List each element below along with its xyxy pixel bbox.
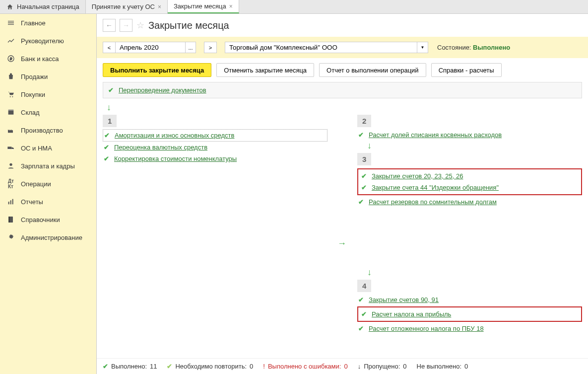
- truck-icon: [7, 144, 15, 152]
- check-icon: ✔: [358, 296, 364, 303]
- down-arrow-icon: ↓: [367, 267, 582, 278]
- sidebar-item-purchases[interactable]: Покупки: [0, 85, 96, 103]
- operation-row: ✔ Переоценка валютных средств: [103, 142, 327, 153]
- sidebar-item-label: Банк и касса: [21, 55, 59, 63]
- tab-home[interactable]: Начальная страница: [0, 0, 86, 13]
- book-icon: [7, 216, 15, 224]
- operation-row: ✔ Закрытие счетов 20, 23, 25, 26: [360, 170, 579, 182]
- company-input[interactable]: [225, 42, 417, 53]
- check-icon: ✔: [104, 132, 110, 139]
- tab-asset[interactable]: Принятие к учету ОС ×: [86, 0, 168, 13]
- check-icon: ✔: [358, 325, 364, 332]
- operation-link[interactable]: Корректировка стоимости номенклатуры: [114, 155, 237, 162]
- sidebar-item-sales[interactable]: Продажи: [0, 68, 96, 85]
- check-icon: ✔: [167, 363, 172, 370]
- repost-row: ✔ Перепроведение документов: [103, 82, 582, 98]
- operation-link[interactable]: Закрытие счетов 90, 91: [369, 296, 439, 303]
- operation-row: ✔ Закрытие счета 44 "Издержки обращения": [360, 182, 579, 193]
- highlight-box: ✔ Расчет налога на прибыль: [357, 306, 582, 322]
- operation-row: ✔ Расчет резервов по сомнительным долгам: [357, 196, 582, 208]
- operation-link[interactable]: Закрытие счетов 20, 23, 25, 26: [372, 172, 463, 180]
- bar-chart-icon: [7, 198, 15, 206]
- home-icon: [6, 3, 14, 11]
- svg-point-2: [10, 96, 11, 97]
- period-picker-button[interactable]: ...: [185, 42, 196, 53]
- svg-point-3: [12, 96, 13, 97]
- sidebar-item-label: Администрирование: [21, 234, 82, 241]
- cart-icon: [7, 90, 15, 98]
- sidebar-item-assets[interactable]: ОС и НМА: [0, 139, 96, 157]
- sidebar-item-admin[interactable]: Администрирование: [0, 228, 96, 246]
- svg-rect-6: [7, 147, 11, 149]
- tab-label: Начальная страница: [17, 3, 79, 10]
- close-icon[interactable]: ×: [229, 3, 233, 10]
- star-icon[interactable]: ☆: [136, 20, 144, 31]
- operation-row: ✔ Расчет долей списания косвенных расход…: [357, 129, 582, 141]
- operation-link[interactable]: Переоценка валютных средств: [114, 144, 207, 151]
- forward-button[interactable]: →: [120, 19, 132, 32]
- block-number: 2: [357, 115, 371, 127]
- sidebar-item-label: Операции: [21, 180, 51, 188]
- cancel-close-button[interactable]: Отменить закрытие месяца: [216, 63, 314, 77]
- operation-link[interactable]: Амортизация и износ основных средств: [115, 132, 234, 139]
- sidebar-item-reports[interactable]: Отчеты: [0, 193, 96, 211]
- operation-link[interactable]: Закрытие счета 44 "Издержки обращения": [372, 184, 499, 191]
- sidebar-item-manager[interactable]: Руководителю: [0, 32, 96, 50]
- ruble-icon: ₽: [7, 55, 15, 63]
- tab-label: Принятие к учету ОС: [92, 3, 155, 10]
- status-repeat: ✔ Необходимо повторить: 0: [167, 363, 253, 370]
- sidebar-item-warehouse[interactable]: Склад: [0, 103, 96, 121]
- sidebar-item-label: Производство: [21, 127, 63, 134]
- operation-link[interactable]: Расчет налога на прибыль: [372, 310, 451, 318]
- box-icon: [7, 108, 15, 116]
- sidebar-item-label: Руководителю: [21, 37, 64, 45]
- period-input[interactable]: [116, 42, 185, 53]
- down-arrow-icon: ↓: [367, 141, 582, 151]
- svg-rect-14: [8, 217, 9, 223]
- refs-button[interactable]: Справки - расчеты: [431, 63, 502, 77]
- check-icon: ✔: [361, 172, 367, 180]
- page-title: Закрытие месяца: [148, 20, 229, 31]
- sidebar-item-main[interactable]: Главное: [0, 14, 96, 32]
- sidebar-item-catalogs[interactable]: Справочники: [0, 211, 96, 228]
- operation-link[interactable]: Расчет резервов по сомнительным долгам: [369, 198, 497, 206]
- operation-link[interactable]: Расчет отложенного налога по ПБУ 18: [369, 325, 484, 332]
- column-1: 1 ✔ Амортизация и износ основных средств…: [103, 113, 327, 374]
- sidebar-item-operations[interactable]: ДтКтОперации: [0, 175, 96, 193]
- block-number: 3: [357, 153, 371, 165]
- chart-line-icon: [7, 37, 15, 45]
- check-icon: ✔: [358, 131, 364, 139]
- report-button[interactable]: Отчет о выполнении операций: [319, 63, 426, 77]
- operation-link[interactable]: Расчет долей списания косвенных расходов: [369, 131, 502, 139]
- state-value: Выполнено: [473, 44, 510, 51]
- status-bar: ✔ Выполнено: 11 ✔ Необходимо повторить: …: [97, 358, 588, 374]
- tab-month-close[interactable]: Закрытие месяца ×: [168, 0, 239, 13]
- period-prev-button[interactable]: <: [103, 42, 116, 53]
- down-arrow-icon: ↓: [107, 102, 588, 113]
- sidebar-item-label: ОС и НМА: [21, 145, 52, 152]
- sidebar-item-production[interactable]: Производство: [0, 121, 96, 139]
- back-button[interactable]: ←: [103, 19, 116, 32]
- svg-rect-11: [10, 200, 11, 204]
- run-close-button[interactable]: Выполнить закрытие месяца: [103, 63, 211, 77]
- block-number: 1: [103, 115, 117, 127]
- sidebar-item-label: Продажи: [21, 73, 48, 80]
- check-icon: ✔: [103, 363, 108, 370]
- toolbar: < ... > ▼ Состояние: Выполнено: [97, 37, 588, 58]
- period-selector: < ...: [103, 42, 196, 53]
- sidebar-item-bank[interactable]: ₽Банк и касса: [0, 50, 96, 68]
- sidebar-item-hr[interactable]: Зарплата и кадры: [0, 157, 96, 175]
- bag-icon: [7, 73, 15, 80]
- sidebar: Главное Руководителю ₽Банк и касса Прода…: [0, 14, 97, 374]
- check-icon: ✔: [104, 144, 109, 151]
- company-dropdown-button[interactable]: ▼: [417, 42, 428, 53]
- close-icon[interactable]: ×: [158, 3, 161, 10]
- svg-text:₽: ₽: [10, 57, 12, 61]
- period-next-button[interactable]: >: [204, 42, 217, 53]
- sidebar-item-label: Отчеты: [21, 198, 43, 206]
- state-label: Состояние: Выполнено: [437, 44, 510, 51]
- operation-row: ✔ Корректировка стоимости номенклатуры: [103, 153, 327, 164]
- repost-link[interactable]: Перепроведение документов: [119, 86, 206, 94]
- check-icon: ✔: [361, 184, 367, 191]
- operations-icon: ДтКт: [7, 180, 15, 188]
